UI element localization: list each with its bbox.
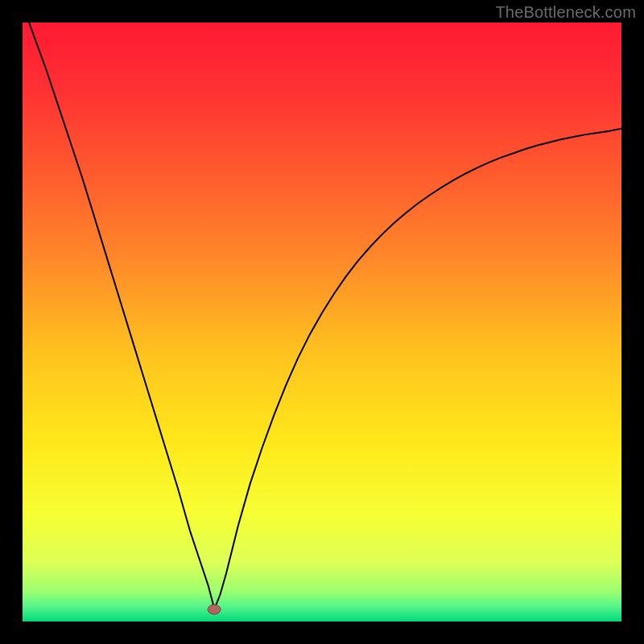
gradient-background (23, 23, 621, 621)
plot-svg (23, 23, 621, 621)
attribution-text: TheBottleneck.com (495, 3, 636, 22)
plot-area (23, 23, 621, 621)
minimum-marker (208, 605, 221, 614)
chart-frame: TheBottleneck.com (0, 0, 644, 644)
